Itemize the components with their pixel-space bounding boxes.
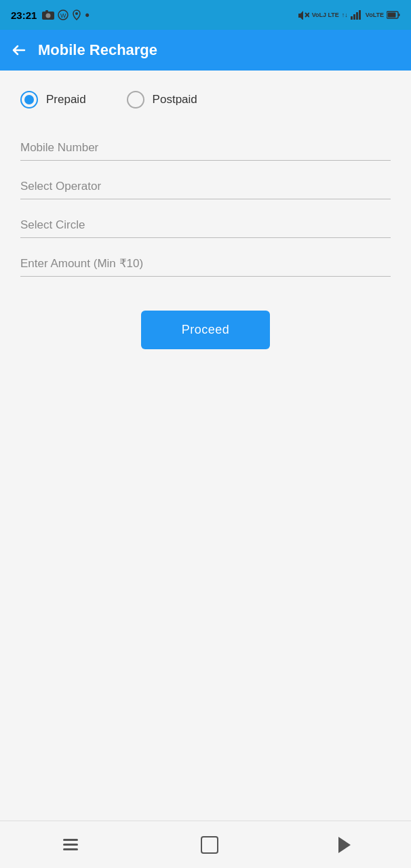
nav-back-button[interactable] <box>338 837 351 853</box>
svg-rect-14 <box>399 14 400 16</box>
status-icons: W • <box>42 8 89 22</box>
mobile-number-group <box>20 136 391 161</box>
home-icon <box>201 836 218 854</box>
back-button[interactable] <box>11 42 27 58</box>
enter-amount-group <box>20 252 391 277</box>
enter-amount-input[interactable] <box>20 252 391 277</box>
prepaid-label: Prepaid <box>46 93 86 106</box>
page-title: Mobile Recharge <box>38 41 157 59</box>
nav-menu-button[interactable] <box>60 836 81 853</box>
back-nav-icon <box>338 837 351 853</box>
status-dot: • <box>85 8 89 22</box>
postpaid-label: Postpaid <box>153 93 197 106</box>
svg-text:W: W <box>60 12 66 19</box>
mute-icon <box>297 10 309 20</box>
status-left: 23:21 W • <box>11 8 90 22</box>
bottom-nav <box>0 821 411 868</box>
svg-rect-2 <box>45 10 48 12</box>
select-circle-input[interactable] <box>20 213 391 238</box>
svg-point-5 <box>75 12 78 15</box>
form-fields <box>20 136 391 290</box>
proceed-btn-wrapper: Proceed <box>20 311 391 349</box>
whatsapp-icon: W <box>58 9 68 20</box>
mobile-number-input[interactable] <box>20 136 391 161</box>
prepaid-radio[interactable] <box>20 91 38 108</box>
svg-rect-11 <box>359 10 361 20</box>
proceed-button[interactable]: Proceed <box>141 311 271 349</box>
postpaid-radio[interactable] <box>127 91 144 108</box>
svg-rect-8 <box>351 16 353 20</box>
top-bar: Mobile Recharge <box>0 30 411 71</box>
menu-icon <box>60 836 81 853</box>
postpaid-option[interactable]: Postpaid <box>127 91 197 108</box>
prepaid-option[interactable]: Prepaid <box>20 91 86 108</box>
photo-icon <box>42 10 54 20</box>
status-time: 23:21 <box>11 9 37 21</box>
svg-point-1 <box>46 14 51 18</box>
select-operator-input[interactable] <box>20 174 391 199</box>
signal-icon-1 <box>351 10 363 20</box>
nav-home-button[interactable] <box>201 836 218 854</box>
status-right: VoLJ LTE ↑↓ VoLTE <box>297 10 400 20</box>
select-circle-group <box>20 213 391 238</box>
location-icon <box>72 9 81 20</box>
main-content: Prepaid Postpaid Proceed <box>0 71 411 821</box>
select-operator-group <box>20 174 391 199</box>
svg-rect-13 <box>388 13 396 18</box>
status-bar: 23:21 W • VoL <box>0 0 411 30</box>
svg-rect-10 <box>356 12 358 20</box>
svg-rect-9 <box>353 14 355 20</box>
battery-icon <box>387 11 400 19</box>
payment-type-group: Prepaid Postpaid <box>20 91 391 108</box>
